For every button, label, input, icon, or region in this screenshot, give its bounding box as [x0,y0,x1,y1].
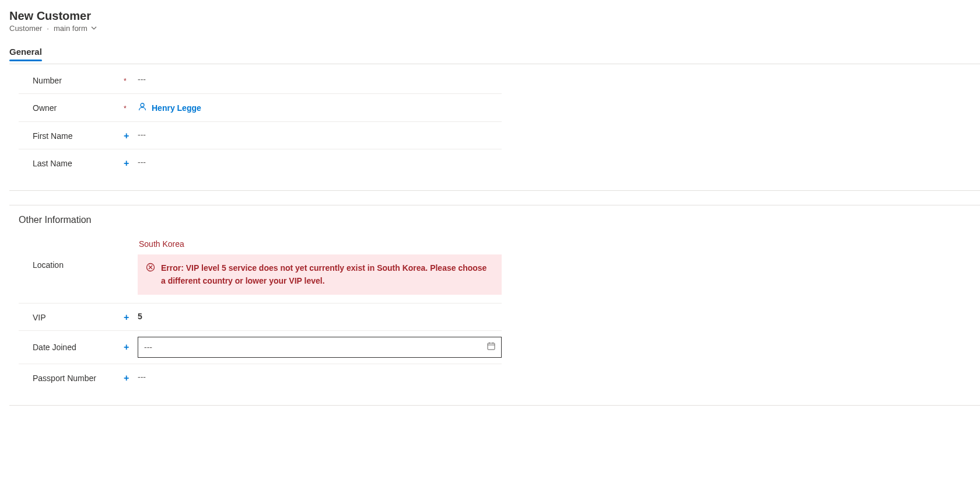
section-other-title: Other Information [9,205,980,231]
owner-name: Henry Legge [152,103,201,113]
field-first-name-label: First Name [19,130,124,141]
error-message-box: Error: VIP level 5 service does not yet … [138,254,502,295]
date-joined-input[interactable] [138,337,502,358]
calendar-icon [487,341,496,353]
field-last-name[interactable]: Last Name + --- [19,149,502,176]
field-date-joined[interactable]: Date Joined + [19,331,502,364]
field-number-label: Number [19,75,124,85]
tab-general[interactable]: General [9,43,42,61]
error-text: Error: VIP level 5 service does not yet … [161,261,494,288]
field-passport-label: Passport Number [19,372,124,383]
field-location-label: Location [19,239,124,270]
field-location[interactable]: Location South Korea Error: VIP level 5 … [19,231,502,303]
field-last-name-value[interactable]: --- [138,158,502,167]
field-first-name-value[interactable]: --- [138,130,502,139]
field-vip-label: VIP [19,312,124,322]
separator-dot: · [47,24,49,33]
section-other-information: Other Information Location South Korea E… [9,205,980,406]
owner-lookup-value[interactable]: Henry Legge [138,102,502,113]
recommended-indicator: + [124,130,138,141]
person-icon [138,102,147,113]
field-owner-label: Owner [19,102,124,113]
field-passport[interactable]: Passport Number + --- [19,364,502,391]
page-header: New Customer Customer · main form [9,9,980,33]
field-vip[interactable]: VIP + 5 [19,303,502,331]
calendar-picker-button[interactable] [483,339,499,355]
spacer [124,239,138,260]
field-location-value[interactable]: South Korea [138,239,502,249]
chevron-down-icon [91,25,97,32]
required-indicator: * [124,102,138,113]
recommended-indicator: + [124,337,138,352]
field-first-name[interactable]: First Name + --- [19,122,502,149]
field-last-name-label: Last Name [19,158,124,168]
field-passport-value[interactable]: --- [138,372,502,382]
recommended-indicator: + [124,312,138,322]
field-number[interactable]: Number * --- [19,67,502,94]
tab-list: General [9,43,980,61]
field-vip-value[interactable]: 5 [138,312,502,321]
page-title: New Customer [9,9,980,23]
field-number-value[interactable]: --- [138,75,502,84]
svg-rect-4 [488,343,495,350]
entity-name: Customer [9,24,42,33]
form-name: main form [54,24,88,33]
field-date-joined-label: Date Joined [19,337,124,352]
error-icon [146,261,155,274]
field-owner[interactable]: Owner * Henry Legge [19,94,502,122]
svg-point-0 [141,103,144,107]
recommended-indicator: + [124,372,138,383]
required-indicator: * [124,75,138,85]
form-selector[interactable]: Customer · main form [9,24,980,33]
section-general: Number * --- Owner * Henry Legge First N… [9,64,980,191]
recommended-indicator: + [124,158,138,168]
